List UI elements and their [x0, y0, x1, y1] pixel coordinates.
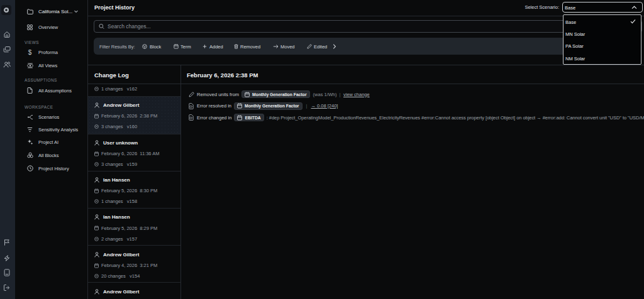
- svg-text:$: $: [28, 49, 32, 56]
